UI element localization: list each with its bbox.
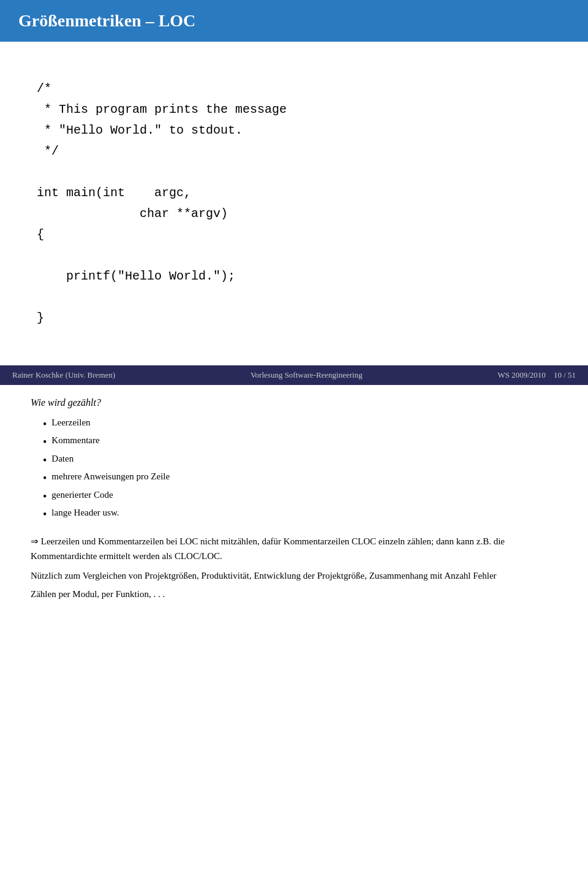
code-line-3: * "Hello World." to stdout. — [37, 120, 557, 141]
content-section: Wie wird gezählt? Leerzeilen Kommentare … — [0, 385, 588, 623]
code-line-5 — [37, 162, 557, 183]
code-line-9 — [37, 245, 557, 266]
list-item-daten: Daten — [43, 454, 557, 468]
code-line-8: { — [37, 224, 557, 245]
bullet-list: Leerzeilen Kommentare Daten mehrere Anwe… — [31, 417, 557, 522]
footer-author: Rainer Koschke (Univ. Bremen) — [12, 370, 115, 380]
list-item-mehrere: mehrere Anweisungen pro Zeile — [43, 471, 557, 486]
code-line-12: } — [37, 308, 557, 329]
list-item-leerzeilen: Leerzeilen — [43, 417, 557, 432]
code-line-2: * This program prints the message — [37, 99, 557, 120]
list-item-lange: lange Header usw. — [43, 508, 557, 522]
paragraph-zaehlen: Zählen per Modul, per Funktion, . . . — [31, 587, 557, 601]
footer-course: Vorlesung Software-Reengineering — [251, 370, 363, 380]
paragraph-nuetzlich: Nützlich zum Vergleichen von Projektgröß… — [31, 568, 557, 583]
code-line-11 — [37, 287, 557, 308]
list-item-kommentare: Kommentare — [43, 435, 557, 449]
code-block: /* * This program prints the message * "… — [31, 78, 557, 329]
code-line-7: char **argv) — [37, 204, 557, 224]
footer-bar: Rainer Koschke (Univ. Bremen) Vorlesung … — [0, 365, 588, 385]
footer-semester-page: WS 2009/2010 10 / 51 — [498, 370, 576, 380]
slide-title: Größenmetriken – LOC — [0, 0, 588, 42]
code-line-4: */ — [37, 141, 557, 162]
code-line-1: /* — [37, 78, 557, 99]
code-line-10: printf("Hello World."); — [37, 266, 557, 287]
code-line-6: int main(int argc, — [37, 183, 557, 204]
code-section: /* * This program prints the message * "… — [0, 42, 588, 365]
arrow-paragraph: ⇒ Leerzeilen und Kommentarzeilen bei LOC… — [31, 534, 557, 563]
list-item-generierter: generierter Code — [43, 490, 557, 504]
section-question: Wie wird gezählt? — [31, 397, 557, 408]
